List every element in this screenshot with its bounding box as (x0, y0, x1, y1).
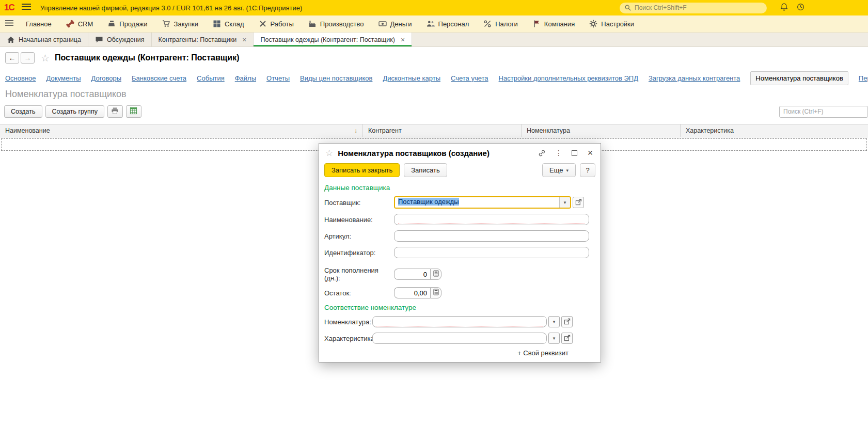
global-search-input[interactable] (635, 4, 762, 11)
calculator-icon (433, 270, 439, 279)
crm-icon (66, 20, 74, 28)
object-navigation: Основное Документы Договоры Банковские с… (5, 71, 868, 85)
back-button[interactable]: ← (5, 52, 19, 64)
menu-item-label: Работы (271, 20, 294, 28)
nav-link-contracts[interactable]: Договоры (91, 74, 121, 82)
tab-label: Начальная страница (19, 36, 81, 43)
page-header: ← → ☆ Поставщик одежды (Контрагент: Пост… (5, 52, 239, 64)
print-button[interactable] (107, 105, 123, 118)
dialog-window-controls: ⋮ × (538, 149, 594, 157)
identifier-input[interactable] (394, 247, 589, 258)
get-link-button[interactable] (538, 149, 546, 157)
tab-supplier-clothes[interactable]: Поставщик одежды (Контрагент: Поставщик)… (254, 33, 412, 46)
menu-item-production[interactable]: Производство (301, 15, 371, 32)
1c-logo: 1С (0, 3, 19, 13)
nav-link-supplier-nomenclature-active[interactable]: Номенклатура поставщиков (750, 71, 848, 85)
open-in-form-icon (575, 199, 582, 207)
menu-item-warehouse[interactable]: Склад (206, 15, 251, 32)
page-title: Поставщик одежды (Контрагент: Поставщик) (55, 53, 239, 62)
save-and-close-button[interactable]: Записать и закрыть (324, 163, 400, 177)
forward-button[interactable]: → (21, 52, 35, 64)
more-label: Еще (549, 166, 563, 174)
help-button[interactable]: ? (580, 163, 595, 177)
field-row-balance: Остаток: (324, 287, 595, 298)
characteristic-input[interactable] (372, 333, 547, 344)
nomenclature-dropdown-button[interactable]: ▾ (548, 316, 560, 327)
tab-counterparties-suppliers[interactable]: Контрагенты: Поставщики × (152, 33, 254, 46)
menu-item-label: Деньги (390, 20, 412, 28)
favorite-star-icon[interactable]: ☆ (41, 53, 50, 63)
add-custom-attribute-link[interactable]: + Свой реквизит (324, 349, 595, 357)
supplier-field[interactable]: Поставщик одежды ▾ (394, 196, 571, 209)
main-menu-button[interactable] (19, 2, 34, 13)
nav-link-accounting-accounts[interactable]: Счета учета (451, 74, 488, 82)
list-search-input[interactable] (779, 106, 868, 118)
nav-link-overflow[interactable]: Персона (859, 74, 868, 82)
history-button[interactable] (794, 2, 807, 14)
column-header-nomenclature[interactable]: Номенклатура (522, 124, 681, 137)
save-button[interactable]: Записать (404, 163, 447, 177)
menu-item-purchases[interactable]: Закупки (155, 15, 206, 32)
menu-item-staff[interactable]: Персонал (419, 15, 477, 32)
replenishment-calculator-button[interactable] (430, 269, 441, 280)
balance-input[interactable] (394, 287, 430, 298)
money-icon (378, 20, 387, 28)
article-input[interactable] (394, 230, 589, 242)
favorite-star-icon[interactable]: ☆ (325, 149, 333, 158)
replenishment-input[interactable] (394, 269, 430, 280)
works-icon (259, 20, 267, 28)
balance-calculator-button[interactable] (430, 287, 441, 298)
nav-link-documents[interactable]: Документы (46, 74, 81, 82)
maximize-icon[interactable] (572, 150, 577, 156)
nav-link-reports[interactable]: Отчеты (266, 74, 290, 82)
menu-item-taxes[interactable]: Налоги (476, 15, 525, 32)
nav-link-events[interactable]: События (197, 74, 225, 82)
create-button[interactable]: Создать (4, 105, 42, 118)
menu-item-crm[interactable]: CRM (59, 15, 101, 32)
column-header-characteristic[interactable]: Характеристика (681, 124, 868, 137)
column-header-counterparty[interactable]: Контрагент (363, 124, 522, 137)
menu-item-works[interactable]: Работы (251, 15, 301, 32)
kebab-menu-icon[interactable]: ⋮ (555, 149, 563, 157)
menu-item-settings[interactable]: Настройки (582, 15, 641, 32)
characteristic-dropdown-button[interactable]: ▾ (548, 333, 560, 344)
open-in-form-icon (564, 335, 571, 342)
name-input[interactable] (394, 214, 589, 225)
create-group-button[interactable]: Создать группу (45, 105, 104, 118)
sections-menu-button[interactable] (0, 15, 19, 32)
hamburger-icon (5, 19, 13, 28)
supplier-open-button[interactable] (573, 197, 584, 208)
nav-link-discount-cards[interactable]: Дисконтные карты (383, 74, 440, 82)
menu-item-company[interactable]: Компания (525, 15, 582, 32)
column-header-name[interactable]: Наименование ↓ (0, 124, 363, 137)
notifications-button[interactable] (777, 2, 791, 14)
menu-item-main[interactable]: Главное (19, 15, 59, 32)
supplier-dropdown-button[interactable]: ▾ (559, 197, 570, 208)
nav-link-epd-settings[interactable]: Настройки дополнительных реквизитов ЭПД (499, 74, 638, 82)
output-list-button[interactable] (126, 105, 141, 118)
characteristic-open-button[interactable] (561, 333, 573, 344)
nomenclature-input[interactable] (372, 316, 547, 327)
close-icon[interactable]: × (242, 36, 246, 43)
nav-link-files[interactable]: Файлы (235, 74, 256, 82)
global-search[interactable] (620, 3, 767, 13)
nav-link-bank-accounts[interactable]: Банковские счета (132, 74, 186, 82)
close-icon[interactable]: × (401, 36, 405, 43)
nav-link-supplier-price-kinds[interactable]: Виды цен поставщиков (300, 74, 372, 82)
tab-discussions[interactable]: Обсуждения (88, 33, 152, 46)
nav-link-main[interactable]: Основное (5, 74, 36, 82)
more-actions-button[interactable]: Еще ▾ (542, 163, 576, 177)
field-row-replenishment: Срок пополнения (дн.): (324, 266, 595, 282)
menu-item-sales[interactable]: Продажи (100, 15, 154, 32)
menu-item-money[interactable]: Деньги (371, 15, 419, 32)
nav-link-counterparty-data-load[interactable]: Загрузка данных контрагента (649, 74, 740, 82)
chevron-down-icon: ▾ (553, 336, 556, 341)
supplier-input[interactable]: Поставщик одежды (395, 197, 559, 208)
open-in-form-icon (564, 318, 571, 326)
home-icon (7, 36, 15, 44)
history-clock-icon (796, 3, 805, 13)
identifier-field (394, 247, 589, 258)
nomenclature-open-button[interactable] (561, 316, 573, 327)
close-icon[interactable]: × (586, 149, 594, 157)
tab-home[interactable]: Начальная страница (0, 33, 88, 46)
